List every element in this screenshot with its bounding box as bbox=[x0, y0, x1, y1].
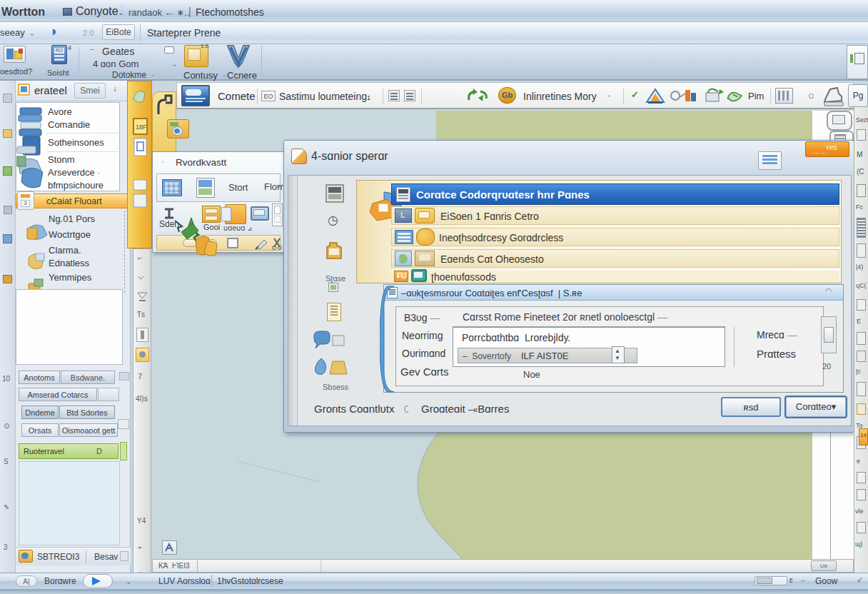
svg-text:18F: 18F bbox=[136, 124, 147, 131]
